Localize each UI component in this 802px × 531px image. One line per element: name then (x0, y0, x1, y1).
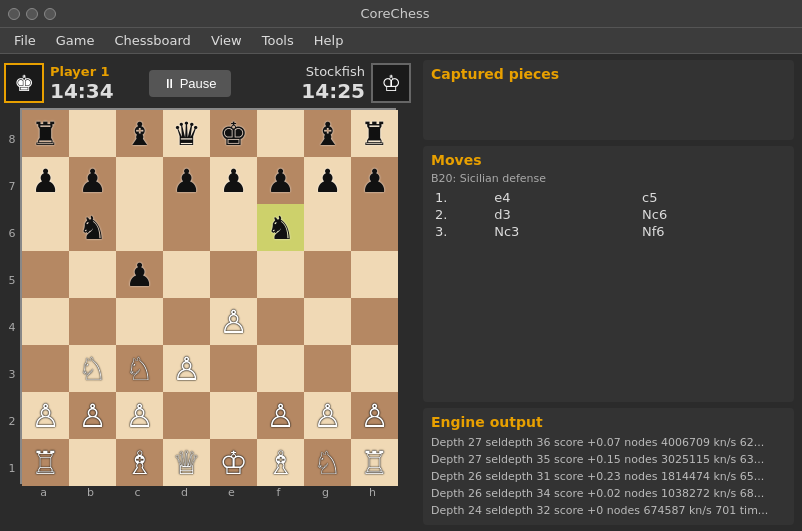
square-b3[interactable]: ♘ (69, 345, 116, 392)
square-g6[interactable] (304, 204, 351, 251)
menu-view[interactable]: View (201, 31, 252, 50)
square-b1[interactable] (69, 439, 116, 486)
square-a1[interactable]: ♖ (22, 439, 69, 486)
square-f6[interactable]: ♞ (257, 204, 304, 251)
square-b5[interactable] (69, 251, 116, 298)
square-c3[interactable]: ♘ (116, 345, 163, 392)
square-g7[interactable]: ♟ (304, 157, 351, 204)
square-b4[interactable] (69, 298, 116, 345)
square-b6[interactable]: ♞ (69, 204, 116, 251)
square-e1[interactable]: ♔ (210, 439, 257, 486)
square-g8[interactable]: ♝ (304, 110, 351, 157)
square-d6[interactable] (163, 204, 210, 251)
square-g2[interactable]: ♙ (304, 392, 351, 439)
square-f1[interactable]: ♗ (257, 439, 304, 486)
square-d3[interactable]: ♙ (163, 345, 210, 392)
player1-info: Player 1 14:34 (50, 64, 114, 103)
square-e3[interactable] (210, 345, 257, 392)
square-h3[interactable] (351, 345, 398, 392)
square-a8[interactable]: ♜ (22, 110, 69, 157)
square-g4[interactable] (304, 298, 351, 345)
square-f8[interactable] (257, 110, 304, 157)
square-f2[interactable]: ♙ (257, 392, 304, 439)
maximize-button[interactable] (44, 8, 56, 20)
moves-table: 1. e4 c5 2. d3 Nc6 3. Nc3 Nf6 (431, 189, 786, 240)
menu-tools[interactable]: Tools (252, 31, 304, 50)
square-e4[interactable]: ♙ (210, 298, 257, 345)
square-h8[interactable]: ♜ (351, 110, 398, 157)
square-d1[interactable]: ♕ (163, 439, 210, 486)
engine-line-4: Depth 26 seldepth 34 score +0.02 nodes 1… (431, 485, 786, 502)
engine-line-2: Depth 27 seldepth 35 score +0.15 nodes 3… (431, 451, 786, 468)
square-a7[interactable]: ♟ (22, 157, 69, 204)
square-c2[interactable]: ♙ (116, 392, 163, 439)
square-h6[interactable] (351, 204, 398, 251)
square-d7[interactable]: ♟ (163, 157, 210, 204)
square-c5[interactable]: ♟ (116, 251, 163, 298)
square-c4[interactable] (116, 298, 163, 345)
square-e8[interactable]: ♚ (210, 110, 257, 157)
square-c7[interactable] (116, 157, 163, 204)
move-white-2[interactable]: d3 (490, 206, 638, 223)
move-white-1[interactable]: e4 (490, 189, 638, 206)
square-a5[interactable] (22, 251, 69, 298)
window-title: CoreChess (361, 6, 430, 21)
square-h7[interactable]: ♟ (351, 157, 398, 204)
move-black-3[interactable]: Nf6 (638, 223, 786, 240)
square-a3[interactable] (22, 345, 69, 392)
player1-avatar: ♚ (4, 63, 44, 103)
square-d4[interactable] (163, 298, 210, 345)
rank-5: 5 (4, 257, 20, 304)
stockfish-avatar: ♔ (371, 63, 411, 103)
square-c1[interactable]: ♗ (116, 439, 163, 486)
square-b7[interactable]: ♟ (69, 157, 116, 204)
square-f3[interactable] (257, 345, 304, 392)
minimize-button[interactable] (26, 8, 38, 20)
square-h4[interactable] (351, 298, 398, 345)
square-e6[interactable] (210, 204, 257, 251)
square-f7[interactable]: ♟ (257, 157, 304, 204)
moves-section: Moves B20: Sicilian defense 1. e4 c5 2. … (423, 146, 794, 402)
captured-title: Captured pieces (431, 66, 786, 82)
square-a6[interactable] (22, 204, 69, 251)
file-g: g (302, 484, 349, 500)
pause-button[interactable]: ⏸ Pause (149, 70, 230, 97)
rank-3: 3 (4, 351, 20, 398)
square-a2[interactable]: ♙ (22, 392, 69, 439)
square-c6[interactable] (116, 204, 163, 251)
square-d8[interactable]: ♛ (163, 110, 210, 157)
square-g5[interactable] (304, 251, 351, 298)
rank-4: 4 (4, 304, 20, 351)
opening-name: B20: Sicilian defense (431, 172, 786, 185)
move-num-1: 1. (431, 189, 490, 206)
window-controls[interactable] (8, 8, 56, 20)
menu-game[interactable]: Game (46, 31, 105, 50)
move-white-3[interactable]: Nc3 (490, 223, 638, 240)
square-b2[interactable]: ♙ (69, 392, 116, 439)
square-c8[interactable]: ♝ (116, 110, 163, 157)
menu-file[interactable]: File (4, 31, 46, 50)
player1-name: Player 1 (50, 64, 114, 79)
menu-chessboard[interactable]: Chessboard (104, 31, 200, 50)
square-h5[interactable] (351, 251, 398, 298)
menu-help[interactable]: Help (304, 31, 354, 50)
square-e2[interactable] (210, 392, 257, 439)
square-d5[interactable] (163, 251, 210, 298)
square-g3[interactable] (304, 345, 351, 392)
move-black-1[interactable]: c5 (638, 189, 786, 206)
rank-6: 6 (4, 210, 20, 257)
square-e5[interactable] (210, 251, 257, 298)
square-g1[interactable]: ♘ (304, 439, 351, 486)
square-f4[interactable] (257, 298, 304, 345)
square-h1[interactable]: ♖ (351, 439, 398, 486)
engine-title: Engine output (431, 414, 786, 430)
square-f5[interactable] (257, 251, 304, 298)
close-button[interactable] (8, 8, 20, 20)
square-a4[interactable] (22, 298, 69, 345)
square-d2[interactable] (163, 392, 210, 439)
square-e7[interactable]: ♟ (210, 157, 257, 204)
square-h2[interactable]: ♙ (351, 392, 398, 439)
square-b8[interactable] (69, 110, 116, 157)
chess-board[interactable]: ♜ ♝ ♛ ♚ ♝ ♜ ♟ (20, 108, 396, 484)
move-black-2[interactable]: Nc6 (638, 206, 786, 223)
